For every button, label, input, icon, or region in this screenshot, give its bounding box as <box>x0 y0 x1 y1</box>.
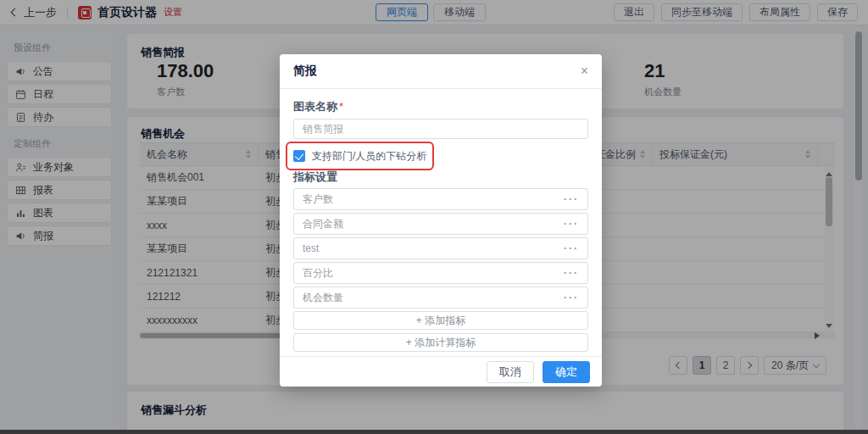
more-options-icon[interactable]: ··· <box>564 193 579 205</box>
drill-down-checkbox[interactable] <box>293 150 305 162</box>
modal-header: 简报 × <box>280 54 602 89</box>
more-options-icon[interactable]: ··· <box>564 242 579 254</box>
brief-settings-modal: 简报 × 图表名称* 销售简报 支持部门/人员的下钻分析 指标设置 客户数···… <box>280 54 602 387</box>
add-metric-button[interactable]: + 添加指标 <box>293 311 588 330</box>
more-options-icon[interactable]: ··· <box>564 218 579 230</box>
metric-row-label: 客户数 <box>303 192 333 207</box>
more-options-icon[interactable]: ··· <box>564 267 579 279</box>
confirm-button[interactable]: 确定 <box>542 361 590 383</box>
chart-name-label: 图表名称* <box>293 101 588 113</box>
modal-body: 图表名称* 销售简报 支持部门/人员的下钻分析 指标设置 客户数···合同金额·… <box>280 89 602 352</box>
required-mark: * <box>339 100 343 113</box>
modal-title: 简报 <box>293 64 317 79</box>
metric-setting-row[interactable]: 机会数量··· <box>293 287 588 309</box>
metric-row-label: 机会数量 <box>303 291 343 305</box>
drill-down-checkbox-row[interactable]: 支持部门/人员的下钻分析 <box>293 147 426 165</box>
chart-name-input[interactable]: 销售简报 <box>293 119 588 139</box>
metric-rows: 客户数···合同金额···test···百分比···机会数量··· <box>293 188 588 309</box>
metric-setting-row[interactable]: 合同金额··· <box>293 213 588 235</box>
metric-row-label: test <box>303 242 319 254</box>
metric-row-label: 合同金额 <box>303 217 343 231</box>
metrics-settings-label: 指标设置 <box>293 171 588 183</box>
cancel-button[interactable]: 取消 <box>487 361 534 383</box>
more-options-icon[interactable]: ··· <box>564 292 579 303</box>
metric-setting-row[interactable]: test··· <box>293 237 588 259</box>
modal-footer: 取消 确定 <box>280 356 602 387</box>
metric-setting-row[interactable]: 百分比··· <box>293 262 588 284</box>
metric-row-label: 百分比 <box>303 266 333 281</box>
homepage-designer-screen: 上一步 首页设计器 设置 网页端移动端 退出同步至移动端布局属性保存 预设组件公… <box>0 0 868 434</box>
add-calc-metric-button[interactable]: + 添加计算指标 <box>293 333 588 352</box>
drill-down-label: 支持部门/人员的下钻分析 <box>312 149 426 164</box>
close-icon[interactable]: × <box>581 64 588 78</box>
metric-setting-row[interactable]: 客户数··· <box>293 188 588 210</box>
